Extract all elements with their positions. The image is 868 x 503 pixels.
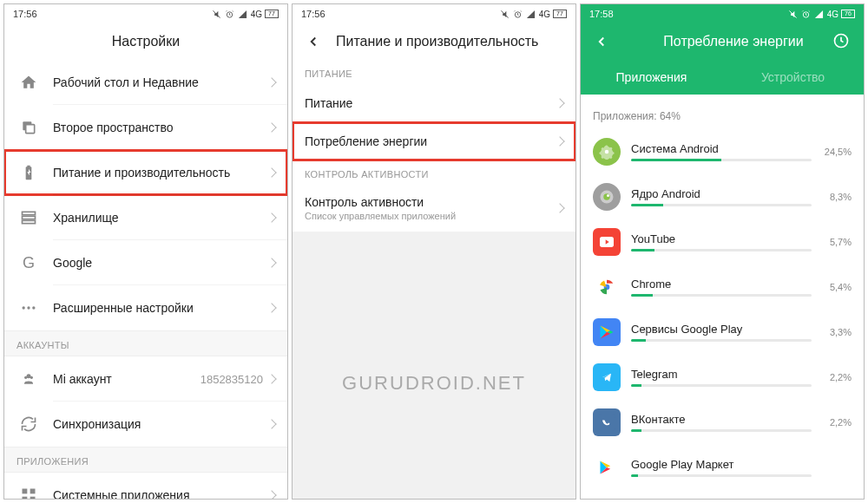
item-mi-account[interactable]: Mi аккаунт 1852835120 [4,356,287,402]
app-percent: 5,7% [820,237,852,247]
app-icon [593,363,621,391]
app-info: Chrome [631,278,812,297]
account-icon [16,367,41,391]
network-label: 4G [539,10,550,19]
app-info: Ядро Android [631,187,812,206]
app-row[interactable]: YouTube 5,7% [581,219,864,265]
battery-icon [16,160,41,185]
svg-point-8 [27,306,30,309]
usage-bar [631,249,812,252]
item-power[interactable]: Питание [293,84,575,122]
item-second-space[interactable]: Второе пространство [4,105,287,150]
app-name: Chrome [631,278,812,291]
chevron-icon [266,419,276,428]
copy-icon [16,115,41,140]
svg-rect-13 [23,489,28,494]
apps-total-label: Приложения: 64% [581,95,864,129]
app-percent: 8,3% [820,192,852,202]
mute-icon [500,9,510,19]
account-id: 1852835120 [201,373,263,386]
app-icon [593,454,621,481]
storage-icon [16,206,41,230]
svg-line-18 [502,10,509,17]
empty-area: GURUDROID.NET [293,232,575,499]
battery-icon: 77 [553,10,567,18]
history-button[interactable] [832,32,852,51]
app-row[interactable]: Telegram 2,2% [581,355,864,400]
svg-rect-4 [23,212,36,214]
item-advanced[interactable]: Расширенные настройки [4,285,287,330]
app-row[interactable]: Google Play Маркет [581,445,864,490]
item-storage[interactable]: Хранилище [4,195,287,240]
page-title: Настройки [4,23,287,60]
item-power-performance[interactable]: Питание и производительность [4,150,287,195]
status-bar: 17:56 4G 77 [293,4,575,23]
chevron-icon [266,122,276,132]
tab-device[interactable]: Устройство [722,60,864,95]
mute-icon [788,9,799,19]
svg-rect-5 [23,216,36,219]
tab-apps[interactable]: Приложения [581,60,722,95]
signal-icon [814,9,825,19]
svg-line-0 [214,10,220,17]
item-sync[interactable]: Синхронизация [4,402,287,447]
svg-rect-16 [30,497,36,499]
settings-list[interactable]: Рабочий стол и Недавние Второе пространс… [4,60,287,499]
item-google[interactable]: G Google [4,240,287,285]
app-info: YouTube [631,232,812,252]
screen-energy: 17:58 4G 76 Потребление энергии Приложен… [580,3,865,500]
app-name: Система Android [631,142,812,155]
tabs: Приложения Устройство [581,60,864,95]
svg-point-25 [603,193,610,200]
app-icon [593,228,621,256]
watermark: GURUDROID.NET [293,372,575,395]
app-list[interactable]: Приложения: 64% Система Android 24,5% Яд… [581,95,864,499]
section-apps: ПРИЛОЖЕНИЯ [4,447,287,473]
app-name: Telegram [631,368,812,381]
app-icon [593,183,621,211]
app-icon [593,318,621,346]
chevron-icon [555,98,564,108]
app-row[interactable]: ВКонтакте 2,2% [581,400,864,445]
app-percent: 2,2% [820,417,852,428]
title-bar: Питание и производительность [293,23,575,60]
chevron-icon [266,77,276,87]
item-desktop[interactable]: Рабочий стол и Недавние [4,60,287,105]
item-system-apps[interactable]: Системные приложения [4,473,287,499]
svg-point-11 [24,376,27,379]
status-bar: 17:56 4G 77 [4,4,287,23]
screen-settings: 17:56 4G 77 Настройки Рабочий стол и Нед… [3,3,288,500]
google-icon: G [16,251,41,275]
app-row[interactable]: Сервисы Google Play 3,3% [581,310,864,355]
svg-point-9 [32,306,35,309]
app-row[interactable]: Chrome 5,4% [581,265,864,310]
usage-bar [631,339,812,342]
svg-line-20 [790,10,797,17]
app-info: Google Play Маркет [631,458,812,477]
battery-icon: 77 [265,10,279,18]
alarm-icon [225,9,235,19]
usage-bar [631,294,812,297]
sync-icon [16,412,41,436]
item-activity-control[interactable]: Контроль активности Список управляемых п… [293,185,575,232]
app-info: Telegram [631,368,812,387]
svg-rect-14 [30,489,36,494]
home-icon [16,70,41,95]
chevron-icon [555,203,564,212]
item-energy-consumption[interactable]: Потребление энергии [293,122,575,160]
back-button[interactable] [303,31,324,52]
app-row[interactable]: Ядро Android 8,3% [581,174,864,219]
app-row[interactable]: Система Android 24,5% [581,129,864,174]
chevron-icon [266,212,276,222]
app-icon [593,138,621,166]
app-info: Система Android [631,142,812,161]
app-info: ВКонтакте [631,413,812,432]
status-time: 17:56 [13,9,37,19]
app-icon [593,408,621,436]
status-bar: 17:58 4G 76 [581,4,864,23]
app-name: Google Play Маркет [631,458,812,471]
usage-bar [631,384,812,387]
app-icon [593,273,621,301]
battery-icon: 76 [841,10,855,18]
usage-bar [631,429,812,432]
